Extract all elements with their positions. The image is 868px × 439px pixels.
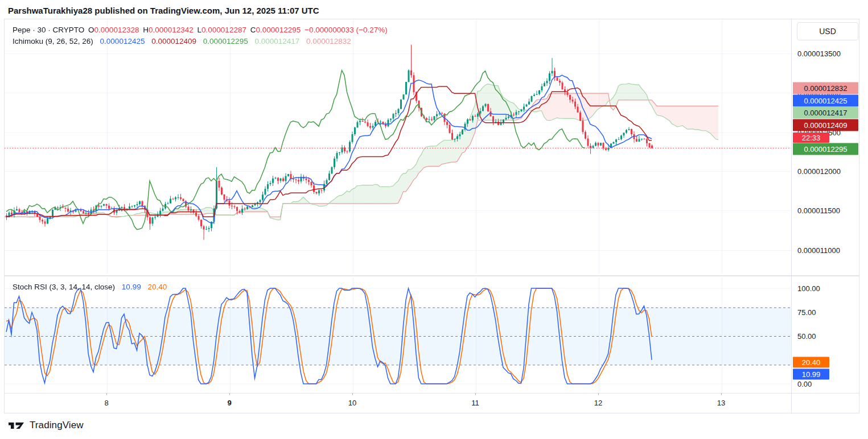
day-label: 10 <box>348 399 356 407</box>
ichimoku-conversion-value: 0.000012425 <box>100 37 145 45</box>
day-tick <box>475 393 476 395</box>
stoch-pane-canvas[interactable] <box>5 278 792 393</box>
close-label: C <box>250 26 256 34</box>
day-label: 9 <box>227 399 231 407</box>
ichimoku-legend: Ichimoku (9, 26, 52, 26) 0.000012425 0.0… <box>13 37 353 45</box>
symbol-title: Pepe · 30 · CRYPTO <box>13 26 84 34</box>
day-label: 12 <box>594 399 602 407</box>
stoch-k-value: 10.99 <box>122 283 141 291</box>
ichimoku-title: Ichimoku (9, 26, 52, 26) <box>13 37 93 45</box>
published-chart-page: ParshwaTurakhiya28 published on TradingV… <box>0 0 868 439</box>
axis-tick-label: 0.000011500 <box>797 206 840 215</box>
stoch-title: Stoch RSI (3, 3, 14, 14, close) <box>13 283 115 291</box>
tradingview-logo-icon <box>8 420 25 431</box>
ichimoku-lead1-value: 0.000012417 <box>254 37 299 45</box>
axis-tick-label: 50.00 <box>797 332 816 341</box>
ichimoku-base-value: 0.000012409 <box>151 37 196 45</box>
stoch-legend: Stoch RSI (3, 3, 14, 14, close) 10.99 20… <box>13 283 168 291</box>
publish-header: ParshwaTurakhiya28 published on TradingV… <box>8 6 319 15</box>
change-value: −0.000000033 (−0.27%) <box>305 26 388 34</box>
axis-tick-label: 75.00 <box>797 308 816 317</box>
axis-tick-label: 0.00 <box>797 380 812 388</box>
ichimoku-lagging-value: 0.000012295 <box>203 37 248 45</box>
day-label: 8 <box>104 399 108 407</box>
price-scale-border <box>791 19 792 413</box>
axis-value-badge: 22:33 <box>793 132 829 143</box>
currency-unit-button[interactable]: USD <box>797 22 858 40</box>
pane-separator[interactable] <box>4 275 859 276</box>
high-value: 0.000012342 <box>149 26 194 34</box>
day-label: 11 <box>471 399 479 407</box>
axis-tick-label: 0.000011000 <box>797 246 840 255</box>
axis-tick-label: 100.00 <box>797 284 820 293</box>
time-axis-border <box>4 393 859 394</box>
high-label: H <box>143 26 149 34</box>
open-value: 0.000012328 <box>94 26 139 34</box>
axis-value-badge: 0.000012425 <box>793 95 858 107</box>
day-tick <box>721 393 722 395</box>
axis-tick-label: 0.000012000 <box>797 167 841 176</box>
currency-unit-label: USD <box>819 27 836 36</box>
ichimoku-lead2-value: 0.000012832 <box>306 37 351 45</box>
open-label: O <box>88 26 94 34</box>
day-label: 13 <box>717 399 725 407</box>
day-tick <box>106 393 107 395</box>
axis-value-badge: 0.000012295 <box>793 143 858 155</box>
axis-value-badge: 20.40 <box>793 357 829 368</box>
day-tick <box>598 393 599 395</box>
axis-value-badge: 0.000012409 <box>793 119 858 131</box>
symbol-legend: Pepe · 30 · CRYPTO O0.000012328 H0.00001… <box>13 26 389 34</box>
low-value: 0.000012287 <box>201 26 246 34</box>
stoch-d-value: 20.40 <box>147 283 167 291</box>
day-tick <box>229 393 230 395</box>
axis-value-badge: 0.000012417 <box>793 107 858 119</box>
axis-tick-label: 0.000013500 <box>797 49 841 58</box>
close-value: 0.000012295 <box>256 26 301 34</box>
axis-value-badge: 0.000012832 <box>793 82 858 94</box>
day-tick <box>352 393 353 395</box>
tradingview-footer[interactable]: TradingView <box>8 420 84 431</box>
low-label: L <box>198 26 202 34</box>
tradingview-brand-text: TradingView <box>30 420 84 431</box>
axis-value-badge: 10.99 <box>793 369 829 380</box>
price-pane-canvas[interactable] <box>5 19 792 274</box>
